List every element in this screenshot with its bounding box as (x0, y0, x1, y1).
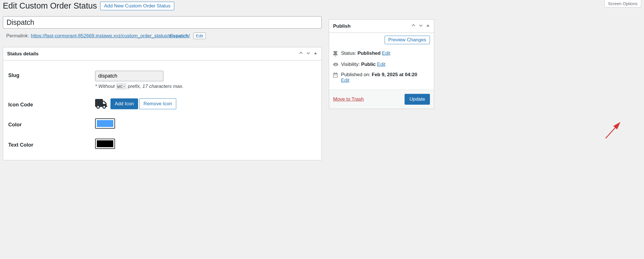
text-color-picker[interactable] (95, 139, 115, 149)
arrow-annotation-icon (604, 120, 624, 140)
status-label: Status: (341, 50, 358, 56)
color-label: Color (8, 120, 95, 128)
published-value: Feb 9, 2025 at 04:20 (372, 72, 417, 77)
slug-label: Slug (8, 71, 95, 78)
status-value: Published (358, 50, 381, 56)
permalink-trail: / (188, 33, 190, 39)
chevron-down-icon[interactable] (306, 51, 311, 57)
eye-icon (333, 62, 338, 67)
permalink-slug: dispatch (169, 33, 188, 39)
visibility-value: Public (361, 62, 376, 67)
slug-input[interactable] (95, 71, 163, 81)
published-label: Published on: (341, 72, 372, 77)
edit-permalink-button[interactable]: Edit (193, 33, 206, 39)
text-color-label: Text Color (8, 140, 95, 148)
chevron-up-icon[interactable] (411, 23, 416, 29)
add-new-custom-order-status-button[interactable]: Add New Custom Order Status (100, 2, 174, 10)
icon-code-label: Icon Code (8, 100, 95, 108)
svg-line-0 (606, 123, 620, 138)
edit-status-link[interactable]: Edit (382, 50, 390, 56)
chevron-up-icon[interactable] (299, 51, 303, 57)
remove-icon-button[interactable]: Remove Icon (139, 98, 176, 109)
slug-hint-post: prefix, 17 characters max. (126, 84, 183, 89)
triangle-up-icon[interactable] (426, 23, 430, 29)
preview-changes-button[interactable]: Preview Changes (385, 36, 430, 44)
chevron-down-icon[interactable] (419, 23, 423, 29)
truck-icon (95, 99, 108, 109)
triangle-up-icon[interactable] (313, 51, 317, 57)
edit-date-link[interactable]: Edit (341, 78, 349, 83)
color-picker[interactable] (95, 118, 115, 129)
pin-icon (333, 51, 338, 57)
status-details-title: Status details (7, 51, 39, 57)
page-title: Edit Custom Order Status (3, 1, 97, 11)
update-button[interactable]: Update (405, 94, 430, 105)
title-input[interactable] (3, 16, 322, 29)
edit-visibility-link[interactable]: Edit (377, 62, 385, 67)
add-icon-button[interactable]: Add Icon (110, 98, 138, 109)
slug-hint-pre: * Without (95, 84, 116, 89)
slug-hint-code: wc- (116, 83, 127, 90)
permalink-base: https://fast-cormorant-852669.instawp.xy… (31, 33, 169, 39)
text-color-swatch (97, 140, 113, 147)
permalink-label: Permalink: (6, 33, 29, 39)
permalink-link[interactable]: https://fast-cormorant-852669.instawp.xy… (31, 33, 190, 39)
color-swatch (97, 120, 113, 127)
publish-title: Publish (333, 23, 350, 29)
calendar-icon (333, 72, 338, 78)
screen-options-button[interactable]: Screen Options (604, 0, 641, 7)
visibility-label: Visibility: (341, 62, 361, 67)
move-to-trash-link[interactable]: Move to Trash (333, 96, 364, 102)
